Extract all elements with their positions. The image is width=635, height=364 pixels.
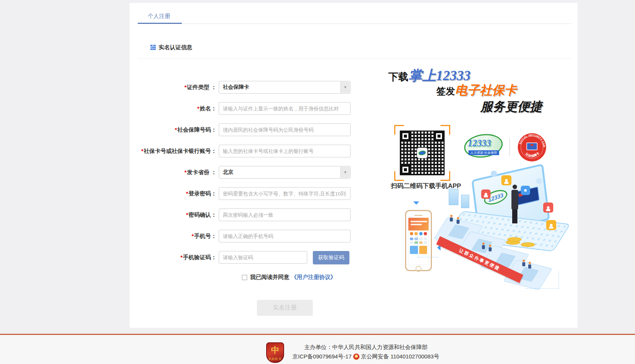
field-row-phone: *手机号： bbox=[130, 229, 351, 243]
footer: 中 党政机关 主办单位：中华人民共和国人力资源和社会保障部 京ICP备09079… bbox=[0, 335, 635, 364]
social-security-seal: SOCIAL SECURITY CARD 社会保障卡 bbox=[517, 132, 547, 162]
get-code-button[interactable]: 获取验证码 bbox=[313, 251, 349, 264]
gov-badge-emblem: 中 bbox=[267, 345, 283, 356]
seal-card bbox=[527, 143, 537, 150]
name-label: 姓名： bbox=[200, 105, 217, 112]
required-asterisk: * bbox=[184, 84, 187, 90]
phone-speaker bbox=[414, 215, 423, 216]
required-asterisk: * bbox=[184, 169, 187, 175]
tab-personal-registration[interactable]: 个人注册 bbox=[148, 13, 170, 20]
blue-tile-icon bbox=[491, 171, 497, 177]
name-input[interactable] bbox=[219, 102, 351, 115]
chevron-down-icon[interactable]: ▼ bbox=[340, 82, 350, 93]
required-asterisk: * bbox=[180, 254, 183, 260]
promo-line1-prefix: 下载 bbox=[388, 71, 408, 82]
field-row-password: *登录密码： bbox=[130, 187, 351, 200]
sms-code-label: 手机验证码： bbox=[183, 254, 217, 260]
ssn-input[interactable] bbox=[219, 123, 351, 136]
required-asterisk: * bbox=[197, 105, 199, 112]
mini-person-figure bbox=[482, 242, 485, 249]
field-row-name: *姓名： bbox=[130, 102, 351, 115]
promo-line3-text: 服务更便捷 bbox=[480, 100, 542, 113]
logo-12333-number: 12333 bbox=[468, 138, 491, 148]
footer-icp: 京ICP备09079694号-17 bbox=[292, 353, 351, 360]
province-select[interactable]: 北京 ▼ bbox=[219, 166, 351, 179]
confirm-password-input[interactable] bbox=[219, 208, 351, 221]
ssn-label: 社会保障号码： bbox=[177, 126, 217, 133]
sms-code-input[interactable] bbox=[219, 251, 307, 264]
cube-shape bbox=[449, 189, 458, 205]
user-agreement-link[interactable]: 《用户注册协议》 bbox=[291, 274, 336, 281]
section-divider bbox=[138, 59, 571, 59]
cert-type-value: 社会保障卡 bbox=[223, 84, 249, 91]
qr-finder-icon bbox=[401, 165, 410, 175]
coin-icon bbox=[521, 242, 535, 247]
cert-type-label: 证件类型 ： bbox=[187, 84, 217, 90]
grid-icon bbox=[150, 45, 156, 50]
field-row-cert-type: *证件类型 ： 社会保障卡 ▼ bbox=[130, 81, 351, 94]
mini-person-figure bbox=[528, 262, 531, 269]
qr-finder-icon bbox=[434, 131, 444, 141]
phone-input[interactable] bbox=[219, 230, 351, 242]
card-number-input[interactable] bbox=[219, 145, 351, 157]
field-row-province: *发卡省份 ： 北京 ▼ bbox=[130, 166, 351, 179]
promo-line2-prefix: 签发 bbox=[436, 86, 455, 96]
mini-person-figure bbox=[457, 217, 460, 224]
field-row-confirm-password: *密码确认： bbox=[130, 208, 351, 222]
gov-badge: 中 党政机关 bbox=[266, 342, 284, 363]
mini-person-figure bbox=[522, 260, 525, 266]
qr-finder-icon bbox=[401, 131, 410, 141]
password-input[interactable] bbox=[219, 187, 351, 200]
promo-line2-highlight: 电子社保卡 bbox=[455, 84, 517, 97]
agreement-row: 我已阅读并同意 《用户注册协议》 bbox=[242, 274, 336, 281]
person-app-icon bbox=[546, 220, 556, 230]
promo-title-line3: 服务更便捷 bbox=[480, 98, 542, 115]
qr-code-block bbox=[394, 125, 450, 181]
cert-type-select[interactable]: 社会保障卡 ▼ bbox=[219, 81, 351, 94]
tabbar-divider bbox=[138, 23, 571, 24]
section-header: 实名认证信息 bbox=[150, 44, 192, 51]
dashed-connector bbox=[525, 272, 559, 289]
dashed-connector bbox=[418, 231, 439, 257]
mini-person-figure bbox=[450, 215, 453, 222]
section-title: 实名认证信息 bbox=[159, 44, 192, 51]
required-asterisk: * bbox=[192, 233, 194, 239]
register-button[interactable]: 实名注册 bbox=[257, 300, 313, 316]
blue-tile-icon bbox=[536, 178, 542, 184]
triangle-down-icon bbox=[413, 201, 419, 205]
field-row-card-number: *社保卡号或社保卡银行账号： bbox=[130, 144, 351, 158]
footer-organizer: 主办单位：中华人民共和国人力资源和社会保障部 bbox=[287, 344, 444, 351]
field-row-sms-code: *手机验证码： 获取验证码 bbox=[130, 251, 307, 264]
person-app-icon bbox=[481, 189, 491, 199]
person-app-icon bbox=[543, 203, 553, 213]
gov-badge-label: 党政机关 bbox=[267, 357, 283, 361]
logo-12333: 12333 人力资源·社会保障 bbox=[464, 134, 503, 157]
phone-label: 手机号： bbox=[194, 233, 217, 239]
camera-app-icon bbox=[521, 186, 530, 195]
coin-icon bbox=[507, 237, 522, 242]
required-asterisk: * bbox=[175, 126, 177, 133]
registration-card: 个人注册 实名认证信息 *证件类型 ： 社会保障卡 ▼ *姓名： *社会保障号码… bbox=[130, 3, 578, 328]
tab-active-underline bbox=[138, 23, 182, 24]
footer-registration-line: 京ICP备09079694号-17 京公网安备 11040102700083号 bbox=[287, 353, 444, 360]
police-badge-icon bbox=[353, 354, 359, 360]
password-label: 登录密码： bbox=[189, 190, 217, 197]
mini-person-figure bbox=[489, 245, 492, 251]
phone-app-header bbox=[408, 218, 429, 230]
person-figure bbox=[508, 185, 521, 225]
confirm-password-label: 密码确认： bbox=[189, 211, 217, 218]
required-asterisk: * bbox=[186, 211, 188, 218]
promo-title-line2: 签发电子社保卡 bbox=[436, 82, 517, 99]
agreement-checkbox[interactable] bbox=[242, 275, 247, 280]
cube-shape bbox=[461, 195, 469, 208]
footer-police[interactable]: 京公网安备 11040102700083号 bbox=[361, 353, 439, 360]
chevron-down-icon[interactable]: ▼ bbox=[340, 167, 350, 178]
field-row-ssn: *社会保障号码： bbox=[130, 123, 351, 136]
promo-line1-highlight: 掌上12333 bbox=[408, 68, 471, 83]
person-app-icon bbox=[501, 175, 511, 185]
province-value: 北京 bbox=[223, 169, 233, 176]
required-asterisk: * bbox=[141, 148, 143, 154]
qr-center-logo bbox=[417, 148, 427, 158]
agreement-text: 我已阅读并同意 bbox=[250, 274, 289, 281]
required-asterisk: * bbox=[186, 190, 188, 197]
